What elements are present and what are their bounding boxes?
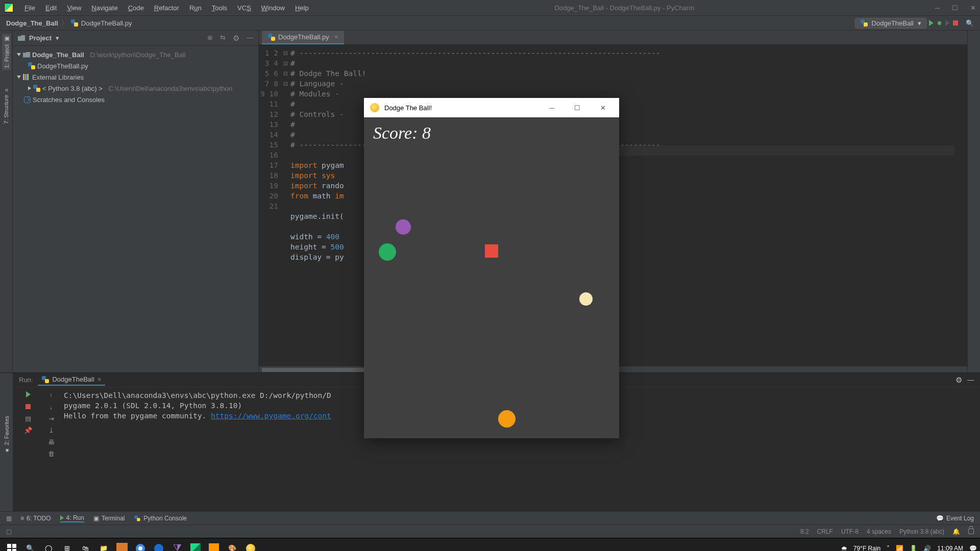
game-title-bar[interactable]: Dodge The Ball! ─ ☐ ✕ — [364, 98, 619, 117]
rerun-button[interactable] — [26, 391, 31, 399]
chrome-icon[interactable] — [132, 540, 149, 552]
tree-scratches[interactable]: Scratches and Consoles — [13, 94, 258, 105]
store-icon[interactable]: 🛍 — [77, 540, 94, 552]
status-indent[interactable]: 4 spaces — [867, 528, 891, 535]
up-icon[interactable]: ↑ — [50, 391, 53, 399]
menu-run[interactable]: Run — [184, 2, 207, 14]
menu-window[interactable]: Window — [256, 2, 290, 14]
tray-chevron-up-icon[interactable]: ˄ — [887, 545, 890, 552]
menu-refactor[interactable]: Refactor — [149, 2, 184, 14]
game-close-icon[interactable]: ✕ — [593, 104, 613, 112]
status-caret-pos[interactable]: 8:2 — [800, 528, 809, 535]
game-minimize-icon[interactable]: ─ — [542, 104, 562, 112]
status-interpreter[interactable]: Python 3.8 (abc) — [899, 528, 944, 535]
editor-tab[interactable]: DodgeTheBall.py × — [262, 31, 344, 44]
maximize-icon[interactable]: ☐ — [952, 4, 958, 12]
project-header: Project ▾ ⊕ ⇆ ⚙ — — [13, 31, 258, 46]
pyide-icon[interactable] — [187, 540, 204, 552]
tree-root[interactable]: Dodge_The_Ball D:\work\python\Dodge_The_… — [13, 49, 258, 60]
close-tab-icon[interactable]: × — [97, 375, 102, 383]
search-icon[interactable]: 🔍 — [21, 540, 39, 552]
down-icon[interactable]: ↓ — [50, 403, 53, 411]
trash-icon[interactable]: 🗑 — [48, 450, 55, 458]
tab-python-console[interactable]: Python Console — [134, 515, 187, 522]
right-tool-stripe — [967, 31, 980, 372]
wrap-icon[interactable]: ⇥ — [48, 415, 54, 422]
search-everywhere-icon[interactable]: 🔍 — [966, 19, 974, 27]
app-icon[interactable] — [116, 543, 128, 552]
tree-external-libs[interactable]: External Libraries — [13, 71, 258, 83]
tree-expand-icon[interactable] — [17, 76, 21, 79]
tab-structure[interactable]: 7: Structure ⌗ — [2, 85, 10, 126]
game-canvas[interactable]: Score: 8 — [364, 117, 619, 438]
presentation-icon[interactable]: ▢ — [6, 528, 12, 535]
volume-icon[interactable]: 🔊 — [923, 545, 931, 552]
lock-icon[interactable] — [968, 529, 974, 534]
close-tab-icon[interactable]: × — [334, 33, 338, 41]
sublime-icon[interactable] — [209, 543, 219, 552]
menu-vcs[interactable]: VCS — [232, 2, 256, 14]
menu-help[interactable]: Help — [290, 2, 314, 14]
run-config-dropdown[interactable]: DodgeTheBall ▾ — [855, 18, 927, 29]
menu-view[interactable]: View — [62, 2, 86, 14]
tab-terminal[interactable]: ▣ Terminal — [93, 515, 125, 522]
pin-icon[interactable]: 📌 — [24, 427, 32, 434]
tree-file[interactable]: DodgeTheBall.py — [13, 60, 258, 71]
clock[interactable]: 11:09 AM — [937, 545, 963, 552]
chevron-down-icon[interactable]: ▾ — [56, 34, 59, 42]
vs-icon[interactable]: ⧩ — [168, 540, 186, 552]
pygame-window-icon[interactable] — [242, 540, 259, 552]
run-tab[interactable]: DodgeTheBall × — [38, 374, 105, 386]
menu-code[interactable]: Code — [123, 2, 149, 14]
nav-toolbar: Dodge_The_Ball 〉 DodgeTheBall.py DodgeTh… — [0, 15, 980, 31]
event-log[interactable]: 💬 Event Log — [936, 515, 974, 522]
hide-icon[interactable]: — — [247, 34, 253, 43]
tree-python-env[interactable]: < Python 3.8 (abc) > C:\Users\Dell\anaco… — [13, 83, 258, 94]
explorer-icon[interactable]: 📁 — [95, 540, 112, 552]
scroll-icon[interactable]: ⤓ — [48, 427, 54, 434]
menu-tools[interactable]: Tools — [207, 2, 232, 14]
game-maximize-icon[interactable]: ☐ — [567, 104, 587, 112]
layout-icon[interactable]: ▤ — [25, 415, 31, 422]
tree-expand-icon[interactable] — [17, 53, 21, 56]
close-icon[interactable]: ✕ — [970, 4, 976, 12]
hide-icon[interactable]: — — [967, 376, 974, 384]
breadcrumb-file[interactable]: DodgeTheBall.py — [81, 19, 132, 27]
gear-icon[interactable]: ⚙ — [955, 375, 962, 385]
action-center-icon[interactable]: 💬 — [969, 545, 977, 552]
status-line-sep[interactable]: CRLF — [817, 528, 833, 535]
cortana-icon[interactable]: ◯ — [40, 540, 57, 552]
start-button[interactable] — [3, 540, 20, 552]
expand-icon[interactable]: ⇆ — [220, 34, 226, 43]
debug-button[interactable]: ✸ — [935, 19, 943, 27]
notifications-icon[interactable]: 🔔 — [952, 528, 960, 535]
project-tool-window: Project ▾ ⊕ ⇆ ⚙ — Dodge_The_Ball D:\work… — [13, 31, 259, 372]
task-view-icon[interactable]: ⊞ — [58, 540, 76, 552]
project-title[interactable]: Project — [29, 34, 52, 42]
breadcrumb-root[interactable]: Dodge_The_Ball — [6, 19, 58, 27]
gear-icon[interactable]: ⚙ — [233, 34, 239, 43]
stop-button[interactable] — [951, 19, 960, 27]
target-icon[interactable]: ⊕ — [207, 34, 213, 43]
status-encoding[interactable]: UTF-8 — [841, 528, 859, 535]
stop-button[interactable] — [26, 403, 31, 411]
run-button[interactable] — [927, 19, 935, 27]
tab-favorites[interactable]: ★ 2: Favorites — [2, 414, 11, 456]
print-icon[interactable]: 🖶 — [48, 438, 55, 446]
tree-collapse-icon[interactable] — [28, 86, 31, 90]
browser-icon[interactable] — [150, 540, 167, 552]
weather-text[interactable]: 79°F Rain — [853, 545, 881, 552]
paint-icon[interactable]: 🎨 — [224, 540, 241, 552]
menu-file[interactable]: File — [19, 2, 40, 14]
menu-navigate[interactable]: Navigate — [86, 2, 122, 14]
tab-run[interactable]: 4: Run — [60, 514, 84, 522]
tab-todo[interactable]: ≡ 6: TODO — [20, 515, 51, 522]
minimize-icon[interactable]: ─ — [935, 4, 940, 12]
show-tool-windows-icon[interactable]: ▦ — [6, 515, 11, 522]
weather-icon[interactable]: 🌧 — [841, 545, 847, 552]
battery-icon[interactable]: 🔋 — [910, 545, 917, 552]
wifi-icon[interactable]: 📶 — [896, 545, 903, 552]
menu-edit[interactable]: Edit — [40, 2, 62, 14]
tab-project[interactable]: 1: Project ▣ — [2, 34, 11, 70]
run-coverage-button[interactable] — [943, 19, 951, 27]
